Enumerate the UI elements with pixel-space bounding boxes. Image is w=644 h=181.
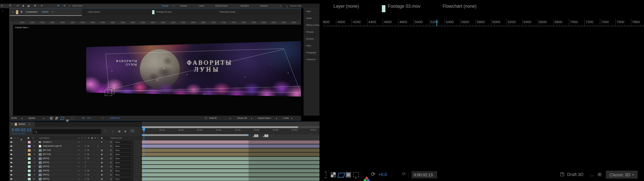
layer-row[interactable]: ›6[IRIS2]☺╱▣@None▾ — [9, 160, 142, 164]
transparency-grid-icon[interactable] — [55, 117, 58, 120]
layer-3d-icon[interactable]: ▣ — [101, 178, 103, 180]
viewer-vertical-ruler[interactable] — [9, 25, 13, 116]
renderer-chevron-icon[interactable]: ▾ — [251, 117, 252, 120]
layer-label-swatch[interactable] — [28, 157, 31, 160]
timeline-divider[interactable] — [142, 122, 142, 181]
layer-name[interactable]: Camera 1 — [43, 141, 52, 143]
parent-pickwhip-icon[interactable]: @ — [110, 162, 112, 164]
panel-menu-icon[interactable]: ≡ — [29, 123, 30, 125]
layer-name[interactable]: [IRIS3] — [43, 157, 49, 160]
workspace-tab-review[interactable]: Review — [180, 5, 187, 7]
tab-composition[interactable]: × Composition MOON ≡ — [10, 8, 82, 16]
exposure-value[interactable]: +0.0 — [87, 117, 91, 119]
magnification-chevron-icon[interactable]: ▾ — [22, 117, 22, 120]
layer-fx-icon[interactable]: fx — [87, 178, 89, 180]
playhead-line[interactable] — [144, 126, 144, 181]
layer-quality-icon[interactable]: ╱ — [85, 174, 86, 176]
layer-shy-icon[interactable]: ☺ — [78, 149, 80, 151]
layer-shy-icon[interactable]: ☺ — [78, 157, 80, 160]
layer-twirl-icon[interactable]: › — [25, 174, 26, 176]
layer-label-swatch[interactable] — [28, 141, 31, 144]
brush-tool-icon[interactable]: ✐ — [17, 4, 19, 7]
layer-eye-icon[interactable] — [10, 174, 12, 176]
layer-twirl-icon[interactable]: › — [25, 153, 26, 155]
rm-timecode-box[interactable]: 0:00:02:13 — [412, 171, 437, 178]
layer-name[interactable]: [IRIS3] — [43, 170, 49, 172]
parent-dropdown[interactable]: None▾ — [114, 149, 133, 152]
parent-dropdown[interactable]: None▾ — [114, 140, 133, 144]
layer-twirl-icon[interactable]: › — [25, 170, 26, 172]
panel-tab-paragraph[interactable]: Paragraph — [304, 50, 320, 56]
audio-column-icon[interactable]: ◁ — [14, 137, 15, 139]
parent-dropdown[interactable]: None▾ — [114, 173, 133, 176]
eraser-tool-icon[interactable]: ◪ — [27, 4, 30, 7]
viewer-horizontal-ruler[interactable]: 3200340036003800400042004400460048005000… — [13, 21, 301, 25]
parent-pickwhip-icon[interactable]: @ — [110, 170, 112, 172]
navigator-start-handle[interactable] — [142, 126, 143, 128]
viewer-timecode[interactable]: 0:00:02:13 — [110, 117, 120, 119]
parent-dropdown[interactable]: None▾ — [114, 145, 133, 148]
layer-row[interactable]: ›3[ФЛ 2x4]☺╱fx▣@None▾ — [9, 148, 142, 152]
workspace-tab-default[interactable]: Default — [162, 5, 168, 7]
navigator-end-handle[interactable] — [297, 126, 298, 128]
motion-blur-icon[interactable]: ◉ — [124, 130, 126, 132]
layer-3d-icon[interactable]: ▣ — [101, 162, 103, 164]
parent-pickwhip-icon[interactable]: @ — [110, 157, 112, 160]
layer-shy-icon[interactable]: ☺ — [78, 145, 80, 147]
workspace-menu-icon[interactable]: ≡ — [173, 5, 174, 7]
parent-dropdown[interactable]: None▾ — [114, 165, 133, 168]
renderer-value[interactable]: Classic 3D — [237, 117, 247, 119]
layer-name[interactable]: [ФЛ 2x3] — [43, 153, 51, 155]
layer-row[interactable]: ›7[IRIS2]☺╱▣@None▾ — [9, 164, 142, 168]
shy-layers-icon[interactable]: ☺ — [112, 130, 114, 132]
layer-fx-icon[interactable]: fx — [87, 170, 89, 172]
layer-shy-icon[interactable]: ☺ — [78, 174, 80, 176]
rm-transparency-grid-icon[interactable] — [331, 172, 336, 177]
rm-guides-icon[interactable] — [346, 172, 351, 177]
comp-marker-2[interactable]: 2 — [254, 134, 258, 137]
rm-pixel-aspect-icon[interactable] — [353, 172, 359, 177]
view-layout-value[interactable]: 1 View — [282, 117, 289, 119]
layer-name[interactable]: [IRIS2] — [43, 165, 49, 168]
layer-eye-icon[interactable] — [10, 142, 12, 143]
rm-draft-3d-cube-icon[interactable]: ▢ϟ — [560, 171, 564, 177]
layer-fx-icon[interactable]: fx — [87, 174, 89, 176]
layer-row[interactable]: ›4[ФЛ 2x3]☺╱fx▣@None▾ — [9, 152, 142, 156]
layer-row[interactable]: ›8[IRIS3]☺╱fx▣@None▾ — [9, 169, 142, 173]
layer-shy-icon[interactable]: ☺ — [78, 170, 80, 172]
active-view-value[interactable]: Custom View 1 — [258, 117, 271, 119]
panel-tab-character[interactable]: Character — [304, 56, 320, 63]
rm-chevron-icon[interactable]: ▾ — [355, 177, 356, 179]
layer-label-swatch[interactable] — [28, 161, 31, 164]
layer-eye-icon[interactable] — [10, 170, 12, 172]
rm-region-of-interest-icon[interactable] — [338, 173, 345, 178]
work-area-start-handle[interactable] — [142, 134, 143, 136]
workspace-tab-standard[interactable]: Standard — [240, 5, 249, 7]
tab-layer[interactable]: Layer (none) — [88, 11, 100, 13]
timeline-ruler[interactable]: 0:00s00:15s00:30s00:45s01:00s01:15s01:30… — [142, 128, 320, 134]
collapse-switch-icon[interactable]: ✦ — [81, 137, 83, 139]
layer-quality-icon[interactable]: ╱ — [85, 145, 86, 147]
parent-dropdown[interactable]: None▾ — [114, 161, 133, 164]
comp-marker-1[interactable]: 1 — [264, 134, 268, 137]
panel-menu-icon[interactable]: ≡ — [52, 10, 53, 13]
panel-tab-preview[interactable]: Preview — [304, 29, 320, 36]
tab-flowchart[interactable]: Flowchart (none) — [220, 11, 235, 13]
layer-twirl-icon[interactable]: › — [25, 161, 26, 163]
draft-3d-label[interactable]: Draft 3D — [209, 117, 217, 119]
rm-ground-plane-icon[interactable]: ◇ — [590, 174, 594, 177]
puppet-pin-tool-icon[interactable]: ✛ — [41, 4, 43, 7]
layer-quality-icon[interactable]: ╱ — [85, 157, 86, 160]
layer-label-swatch[interactable] — [28, 170, 31, 172]
view-chevron-icon[interactable]: ▾ — [276, 117, 277, 120]
layer-shy-icon[interactable]: ☺ — [78, 141, 80, 143]
layer-eye-icon[interactable] — [10, 150, 12, 151]
layer-3d-icon[interactable]: ▣ — [101, 170, 103, 172]
layer-twirl-icon[interactable]: › — [25, 165, 26, 167]
layer-name[interactable]: [Adjustment Layer 6] — [43, 145, 62, 147]
frame-blend-switch-icon[interactable]: ▦ — [91, 137, 93, 139]
layer-shy-icon[interactable]: ☺ — [78, 162, 80, 164]
parent-pickwhip-icon[interactable]: @ — [110, 149, 112, 151]
panel-tab-audio[interactable]: Audio — [304, 15, 320, 22]
rm-extended-viewer-icon[interactable]: ▣ — [598, 171, 602, 177]
